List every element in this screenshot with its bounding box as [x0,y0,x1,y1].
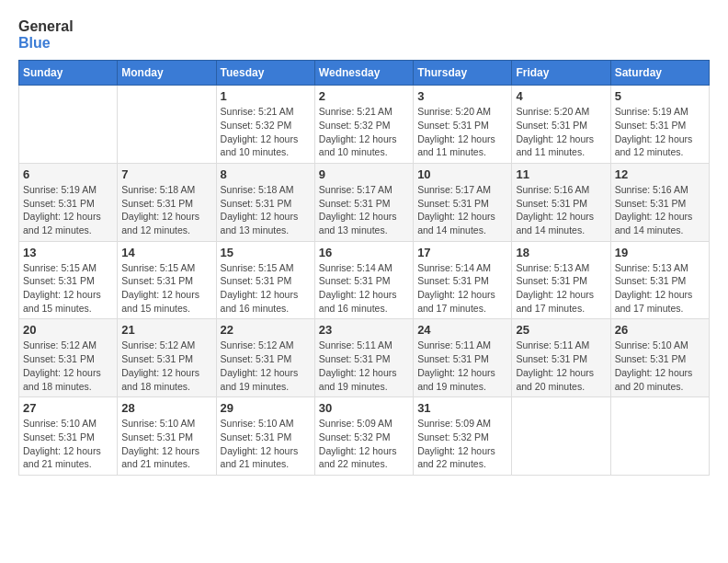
calendar-cell: 28Sunrise: 5:10 AMSunset: 5:31 PMDayligh… [118,397,216,476]
calendar-cell: 7Sunrise: 5:18 AMSunset: 5:31 PMDaylight… [118,163,216,241]
calendar-cell: 8Sunrise: 5:18 AMSunset: 5:31 PMDaylight… [216,163,314,241]
day-number: 22 [221,323,311,337]
calendar-week-row: 13Sunrise: 5:15 AMSunset: 5:31 PMDayligh… [19,241,710,319]
day-number: 25 [516,323,606,337]
day-number: 26 [615,323,705,337]
day-number: 8 [221,167,311,181]
day-number: 1 [221,89,311,103]
calendar-week-row: 20Sunrise: 5:12 AMSunset: 5:31 PMDayligh… [19,319,710,397]
day-number: 15 [221,246,311,259]
day-number: 27 [23,401,113,415]
day-info: Sunrise: 5:20 AMSunset: 5:31 PMDaylight:… [417,105,507,159]
calendar-cell: 25Sunrise: 5:11 AMSunset: 5:31 PMDayligh… [512,319,610,397]
day-info: Sunrise: 5:14 AMSunset: 5:31 PMDaylight:… [417,261,507,316]
calendar-cell: 27Sunrise: 5:10 AMSunset: 5:31 PMDayligh… [19,397,118,476]
day-info: Sunrise: 5:13 AMSunset: 5:31 PMDaylight:… [615,261,705,316]
day-info: Sunrise: 5:11 AMSunset: 5:31 PMDaylight:… [516,339,606,393]
day-info: Sunrise: 5:10 AMSunset: 5:31 PMDaylight:… [23,417,113,471]
calendar-cell: 23Sunrise: 5:11 AMSunset: 5:31 PMDayligh… [314,319,413,397]
calendar-cell [512,397,610,476]
calendar-cell [118,86,216,164]
calendar-cell: 12Sunrise: 5:16 AMSunset: 5:31 PMDayligh… [610,163,709,241]
day-info: Sunrise: 5:11 AMSunset: 5:31 PMDaylight:… [417,339,507,393]
day-number: 5 [615,89,705,103]
calendar-cell: 15Sunrise: 5:15 AMSunset: 5:31 PMDayligh… [216,241,314,319]
day-info: Sunrise: 5:15 AMSunset: 5:31 PMDaylight:… [23,261,113,316]
logo-blue: Blue [18,35,74,52]
day-number: 19 [615,246,705,259]
calendar-week-row: 27Sunrise: 5:10 AMSunset: 5:31 PMDayligh… [19,397,710,476]
day-number: 7 [121,167,211,181]
day-info: Sunrise: 5:18 AMSunset: 5:31 PMDaylight:… [121,183,211,237]
logo: General Blue General Blue [18,18,74,51]
weekday-header: Tuesday [216,61,314,86]
day-number: 3 [417,89,507,103]
day-info: Sunrise: 5:09 AMSunset: 5:32 PMDaylight:… [417,417,507,471]
calendar-cell: 6Sunrise: 5:19 AMSunset: 5:31 PMDaylight… [19,163,118,241]
day-info: Sunrise: 5:10 AMSunset: 5:31 PMDaylight:… [121,417,211,471]
day-number: 14 [121,246,211,259]
calendar-cell: 22Sunrise: 5:12 AMSunset: 5:31 PMDayligh… [216,319,314,397]
calendar-cell: 18Sunrise: 5:13 AMSunset: 5:31 PMDayligh… [512,241,610,319]
day-info: Sunrise: 5:17 AMSunset: 5:31 PMDaylight:… [319,183,409,237]
calendar-cell: 16Sunrise: 5:14 AMSunset: 5:31 PMDayligh… [314,241,413,319]
day-info: Sunrise: 5:15 AMSunset: 5:31 PMDaylight:… [121,261,211,316]
day-number: 4 [516,89,606,103]
day-number: 23 [319,323,409,337]
day-number: 21 [121,323,211,337]
day-info: Sunrise: 5:16 AMSunset: 5:31 PMDaylight:… [516,183,606,237]
calendar-cell: 14Sunrise: 5:15 AMSunset: 5:31 PMDayligh… [118,241,216,319]
calendar-cell [19,86,118,164]
calendar-header-row: SundayMondayTuesdayWednesdayThursdayFrid… [19,61,710,86]
day-info: Sunrise: 5:10 AMSunset: 5:31 PMDaylight:… [221,417,311,471]
day-info: Sunrise: 5:21 AMSunset: 5:32 PMDaylight:… [221,105,311,159]
day-number: 11 [516,167,606,181]
day-number: 31 [417,401,507,415]
day-number: 2 [319,89,409,103]
calendar-cell: 2Sunrise: 5:21 AMSunset: 5:32 PMDaylight… [314,86,413,164]
day-info: Sunrise: 5:19 AMSunset: 5:31 PMDaylight:… [23,183,113,237]
day-number: 13 [23,246,113,259]
day-number: 10 [417,167,507,181]
day-number: 30 [319,401,409,415]
weekday-header: Thursday [414,61,512,86]
calendar-week-row: 6Sunrise: 5:19 AMSunset: 5:31 PMDaylight… [19,163,710,241]
calendar-cell: 4Sunrise: 5:20 AMSunset: 5:31 PMDaylight… [512,86,610,164]
calendar-cell: 26Sunrise: 5:10 AMSunset: 5:31 PMDayligh… [610,319,709,397]
weekday-header: Wednesday [314,61,413,86]
day-info: Sunrise: 5:21 AMSunset: 5:32 PMDaylight:… [319,105,409,159]
calendar-cell: 11Sunrise: 5:16 AMSunset: 5:31 PMDayligh… [512,163,610,241]
calendar-cell: 13Sunrise: 5:15 AMSunset: 5:31 PMDayligh… [19,241,118,319]
day-number: 28 [121,401,211,415]
calendar-cell [610,397,709,476]
calendar-cell: 24Sunrise: 5:11 AMSunset: 5:31 PMDayligh… [414,319,512,397]
day-info: Sunrise: 5:16 AMSunset: 5:31 PMDaylight:… [615,183,705,237]
calendar-cell: 5Sunrise: 5:19 AMSunset: 5:31 PMDaylight… [610,86,709,164]
day-info: Sunrise: 5:18 AMSunset: 5:31 PMDaylight:… [221,183,311,237]
day-number: 17 [417,246,507,259]
day-number: 16 [319,246,409,259]
calendar-cell: 1Sunrise: 5:21 AMSunset: 5:32 PMDaylight… [216,86,314,164]
weekday-header: Monday [118,61,216,86]
logo-general: General [18,18,74,35]
day-info: Sunrise: 5:17 AMSunset: 5:31 PMDaylight:… [417,183,507,237]
calendar-cell: 21Sunrise: 5:12 AMSunset: 5:31 PMDayligh… [118,319,216,397]
day-info: Sunrise: 5:14 AMSunset: 5:31 PMDaylight:… [319,261,409,316]
day-number: 18 [516,246,606,259]
day-info: Sunrise: 5:12 AMSunset: 5:31 PMDaylight:… [23,339,113,393]
day-number: 24 [417,323,507,337]
day-info: Sunrise: 5:09 AMSunset: 5:32 PMDaylight:… [319,417,409,471]
day-info: Sunrise: 5:10 AMSunset: 5:31 PMDaylight:… [615,339,705,393]
page-header: General Blue General Blue [18,18,710,51]
calendar-cell: 29Sunrise: 5:10 AMSunset: 5:31 PMDayligh… [216,397,314,476]
calendar-cell: 31Sunrise: 5:09 AMSunset: 5:32 PMDayligh… [414,397,512,476]
weekday-header: Saturday [610,61,709,86]
calendar-cell: 30Sunrise: 5:09 AMSunset: 5:32 PMDayligh… [314,397,413,476]
day-info: Sunrise: 5:15 AMSunset: 5:31 PMDaylight:… [221,261,311,316]
day-info: Sunrise: 5:11 AMSunset: 5:31 PMDaylight:… [319,339,409,393]
calendar-cell: 3Sunrise: 5:20 AMSunset: 5:31 PMDaylight… [414,86,512,164]
day-number: 12 [615,167,705,181]
day-number: 29 [221,401,311,415]
day-info: Sunrise: 5:20 AMSunset: 5:31 PMDaylight:… [516,105,606,159]
day-info: Sunrise: 5:12 AMSunset: 5:31 PMDaylight:… [221,339,311,393]
